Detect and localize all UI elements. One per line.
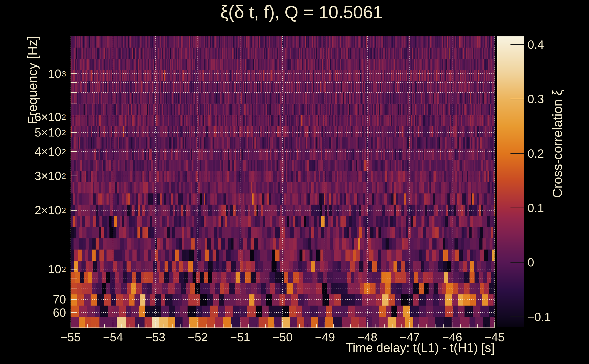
y-tick-label: 60 — [53, 306, 66, 319]
qscan-heatmap-canvas — [71, 36, 495, 328]
colorbar-tick-label: 0.4 — [528, 38, 544, 52]
y-tick-label: 6×102 — [35, 110, 66, 124]
x-tick-label: −49 — [315, 330, 335, 344]
x-tick-label: −50 — [272, 330, 292, 344]
colorbar-tick-label: −0.1 — [528, 310, 551, 324]
x-tick-label: −55 — [60, 330, 81, 344]
colorbar-tick-label: 0.2 — [528, 147, 544, 160]
y-tick-label: 4×102 — [35, 145, 66, 158]
colorbar-title: Cross-correlation ξ — [550, 90, 565, 198]
chart-title: ξ(δ t, f), Q = 10.5061 — [220, 2, 383, 23]
x-axis-title: Time delay: t(L1) - t(H1) [s] — [346, 340, 495, 355]
figure-root: ξ(δ t, f), Q = 10.5061 Frequency [Hz] 10… — [0, 0, 589, 364]
x-tick-label: −54 — [103, 330, 123, 344]
y-tick-label: 70 — [53, 292, 66, 306]
colorbar-canvas — [497, 36, 524, 327]
colorbar-tick-label: 0.3 — [528, 92, 544, 106]
x-tick-label: −53 — [145, 330, 165, 344]
y-tick-label: 5×102 — [35, 126, 66, 139]
y-tick-label: 103 — [48, 67, 66, 81]
y-tick-label: 102 — [48, 262, 66, 276]
y-tick-label: 3×102 — [35, 169, 66, 183]
colorbar-tick-label: 0.1 — [528, 201, 544, 215]
y-tick-label: 2×102 — [35, 203, 66, 217]
x-tick-label: −51 — [230, 330, 250, 344]
colorbar-tick-label: 0 — [528, 255, 534, 269]
x-tick-label: −52 — [188, 330, 208, 344]
